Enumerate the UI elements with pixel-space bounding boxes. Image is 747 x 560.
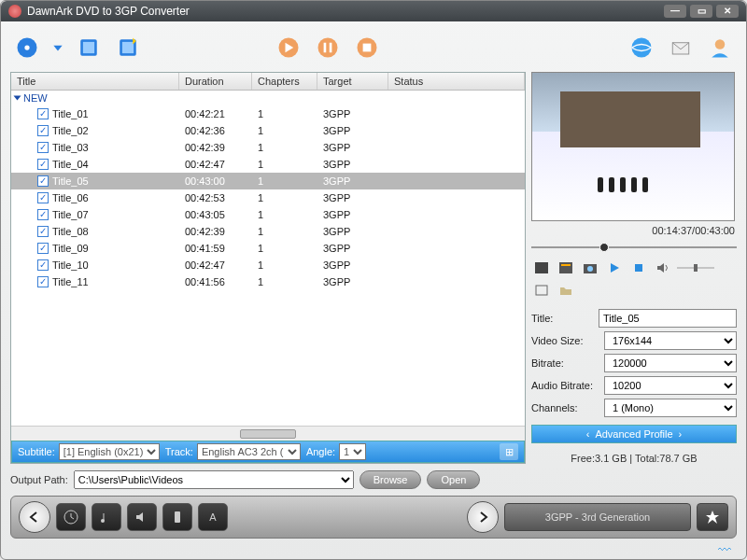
fullscreen-button[interactable] [531, 281, 552, 300]
track-select[interactable]: English AC3 2ch ( [197, 443, 301, 460]
table-row[interactable]: Title_0700:43:0513GPP [11, 206, 525, 223]
row-target: 3GPP [317, 142, 388, 153]
add-title-button[interactable] [113, 33, 143, 63]
advanced-profile-toggle[interactable]: ‹Advanced Profile› [531, 425, 737, 443]
text-settings-button[interactable]: A [198, 503, 228, 531]
svg-rect-16 [559, 262, 572, 273]
table-row[interactable]: Title_0900:41:5913GPP [11, 240, 525, 257]
table-row[interactable]: Title_1100:41:5613GPP [11, 273, 525, 290]
subtitle-select[interactable]: [1] English (0x21) [59, 443, 160, 460]
volume-icon[interactable] [653, 259, 673, 277]
horizontal-scrollbar[interactable] [11, 426, 525, 441]
table-row[interactable]: Title_0400:42:4713GPP [11, 156, 525, 173]
row-checkbox[interactable] [37, 192, 49, 203]
row-checkbox[interactable] [37, 259, 49, 271]
table-row[interactable]: Title_0300:42:3913GPP [11, 139, 525, 156]
browse-button[interactable]: Browse [359, 470, 422, 489]
col-target[interactable]: Target [317, 73, 388, 90]
table-row[interactable]: Title_1000:42:4713GPP [11, 257, 525, 273]
title-field[interactable] [599, 309, 737, 328]
group-row[interactable]: NEW [11, 91, 525, 105]
load-dvd-dropdown[interactable] [51, 33, 64, 63]
add-chapter-button[interactable] [74, 33, 104, 63]
close-button[interactable]: ✕ [716, 5, 739, 18]
row-chapters: 1 [252, 175, 317, 187]
audio-mute-button[interactable] [127, 503, 157, 531]
row-checkbox[interactable] [37, 276, 49, 287]
pause-convert-button[interactable] [313, 33, 343, 63]
col-duration[interactable]: Duration [179, 73, 252, 90]
open-folder-button[interactable] [556, 281, 576, 300]
prev-frame-button[interactable] [531, 259, 552, 277]
row-target: 3GPP [317, 259, 388, 271]
maximize-button[interactable]: ▭ [690, 5, 712, 18]
back-button[interactable] [19, 501, 50, 533]
seek-slider[interactable] [531, 242, 737, 253]
bitrate-select[interactable]: 120000 [604, 354, 737, 372]
time-settings-button[interactable] [56, 503, 86, 531]
device-button[interactable] [162, 503, 192, 531]
row-chapters: 1 [252, 259, 317, 271]
table-body[interactable]: NEWTitle_0100:42:2113GPPTitle_0200:42:36… [11, 91, 525, 426]
resize-grip-icon[interactable]: 〰 [718, 542, 731, 555]
row-duration: 00:42:39 [179, 142, 252, 153]
row-checkbox[interactable] [37, 243, 49, 254]
channels-select[interactable]: 1 (Mono) [604, 399, 737, 417]
footer: 〰 [10, 542, 737, 555]
svg-rect-5 [122, 42, 134, 53]
row-target: 3GPP [317, 209, 388, 220]
convert-button[interactable] [274, 33, 303, 63]
angle-select[interactable]: 1 [339, 443, 366, 460]
row-checkbox[interactable] [37, 159, 49, 170]
row-duration: 00:42:36 [179, 125, 252, 136]
row-duration: 00:41:59 [179, 243, 252, 254]
col-title[interactable]: Title [11, 73, 179, 90]
row-chapters: 1 [252, 142, 317, 153]
play-button[interactable] [604, 259, 625, 277]
row-target: 3GPP [317, 108, 388, 119]
svg-rect-23 [536, 286, 547, 295]
table-row[interactable]: Title_0200:42:3613GPP [11, 122, 525, 139]
row-checkbox[interactable] [37, 125, 49, 136]
snapshot-button[interactable] [580, 259, 600, 277]
row-title: Title_09 [52, 243, 89, 254]
row-checkbox[interactable] [37, 209, 49, 220]
table-row[interactable]: Title_0800:42:3913GPP [11, 223, 525, 240]
mail-button[interactable] [666, 33, 696, 63]
main-toolbar [10, 27, 737, 68]
row-checkbox[interactable] [37, 108, 49, 119]
table-row[interactable]: Title_0100:42:2113GPP [11, 105, 525, 122]
stream-settings-icon[interactable]: ⊞ [500, 443, 518, 460]
table-row[interactable]: Title_0600:42:5313GPP [11, 189, 525, 206]
stop-convert-button[interactable] [352, 33, 382, 63]
website-button[interactable] [627, 33, 656, 63]
open-button[interactable]: Open [427, 470, 480, 489]
track-label: Track: [165, 446, 193, 457]
forward-button[interactable] [467, 501, 499, 533]
preview-area[interactable] [531, 72, 735, 221]
output-path-select[interactable]: C:\Users\Public\Videos [74, 470, 354, 489]
load-dvd-button[interactable] [12, 33, 42, 63]
expand-icon[interactable] [14, 96, 21, 101]
row-checkbox[interactable] [37, 226, 49, 237]
videosize-select[interactable]: 176x144 [604, 331, 737, 350]
user-button[interactable] [705, 33, 735, 63]
stop-button[interactable] [628, 259, 649, 277]
svg-point-25 [101, 519, 105, 523]
row-checkbox[interactable] [37, 175, 49, 187]
volume-slider[interactable] [677, 259, 714, 277]
col-status[interactable]: Status [388, 73, 525, 90]
audio-settings-button[interactable] [92, 503, 121, 531]
row-title: Title_06 [52, 192, 89, 203]
table-row[interactable]: Title_0500:43:0013GPP [11, 173, 525, 189]
col-chapters[interactable]: Chapters [252, 73, 317, 90]
format-display[interactable]: 3GPP - 3rd Generation [504, 503, 691, 531]
row-checkbox[interactable] [37, 142, 49, 153]
audiobitrate-select[interactable]: 10200 [604, 376, 737, 395]
clip-button[interactable] [556, 259, 576, 277]
row-title: Title_05 [52, 175, 89, 187]
row-target: 3GPP [317, 226, 388, 237]
row-chapters: 1 [252, 226, 317, 237]
minimize-button[interactable]: — [664, 5, 686, 18]
start-conversion-button[interactable] [697, 503, 728, 531]
